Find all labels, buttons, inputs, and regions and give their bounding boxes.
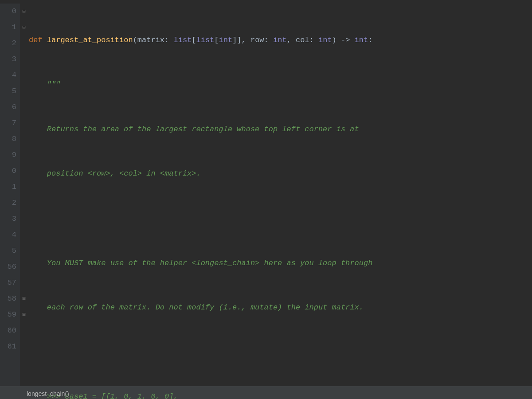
line-number: 1 <box>0 179 16 195</box>
line-number: 1 <box>0 20 16 35</box>
line-number: 7 <box>0 115 16 131</box>
line-number: 61 <box>0 339 16 355</box>
fold-toggle-icon[interactable]: ⊟ <box>20 307 28 323</box>
line-number: 4 <box>0 227 16 243</box>
line-number: 57 <box>0 275 16 291</box>
line-number: 3 <box>0 211 16 227</box>
code-line[interactable]: You MUST make use of the helper <longest… <box>29 255 532 271</box>
line-number: 58 <box>0 291 16 307</box>
line-number: 0 <box>0 163 16 179</box>
code-line[interactable]: """ <box>29 77 532 93</box>
line-number: 2 <box>0 35 16 51</box>
line-number: 8 <box>0 131 16 147</box>
line-number: 60 <box>0 323 16 339</box>
line-number: 6 <box>0 99 16 115</box>
code-line[interactable] <box>29 211 532 227</box>
line-number: 56 <box>0 259 16 275</box>
line-number-gutter: 0 1 2 3 4 5 6 7 8 9 0 1 2 3 4 5 56 57 58… <box>0 4 20 386</box>
line-number: 3 <box>0 51 16 67</box>
breadcrumb-function[interactable]: longest_chain() <box>27 390 69 397</box>
fold-toggle-icon[interactable]: ⊟ <box>20 4 28 20</box>
line-number: 4 <box>0 67 16 83</box>
code-line[interactable]: each row of the matrix. Do not modify (i… <box>29 300 532 316</box>
code-line[interactable]: position <row>, <col> in <matrix>. <box>29 166 532 182</box>
code-line[interactable]: >>> case1 = [[1, 0, 1, 0, 0], <box>29 389 532 399</box>
code-line[interactable]: Returns the area of the largest rectangl… <box>29 121 532 137</box>
line-number: 9 <box>0 147 16 163</box>
fold-toggle-icon[interactable]: ⊟ <box>20 20 28 35</box>
code-editor[interactable]: 0 1 2 3 4 5 6 7 8 9 0 1 2 3 4 5 56 57 58… <box>0 0 532 386</box>
line-number: 2 <box>0 195 16 211</box>
line-number: 0 <box>0 4 16 20</box>
code-area[interactable]: def largest_at_position(matrix: list[lis… <box>28 4 532 386</box>
line-number: 5 <box>0 83 16 99</box>
fold-column: ⊟ ⊟ ⊟ ⊟ <box>20 4 28 386</box>
code-line[interactable] <box>29 344 532 360</box>
code-line[interactable]: def largest_at_position(matrix: list[lis… <box>29 32 532 48</box>
line-number: 59 <box>0 307 16 323</box>
fold-toggle-icon[interactable]: ⊟ <box>20 291 28 307</box>
line-number: 5 <box>0 243 16 259</box>
